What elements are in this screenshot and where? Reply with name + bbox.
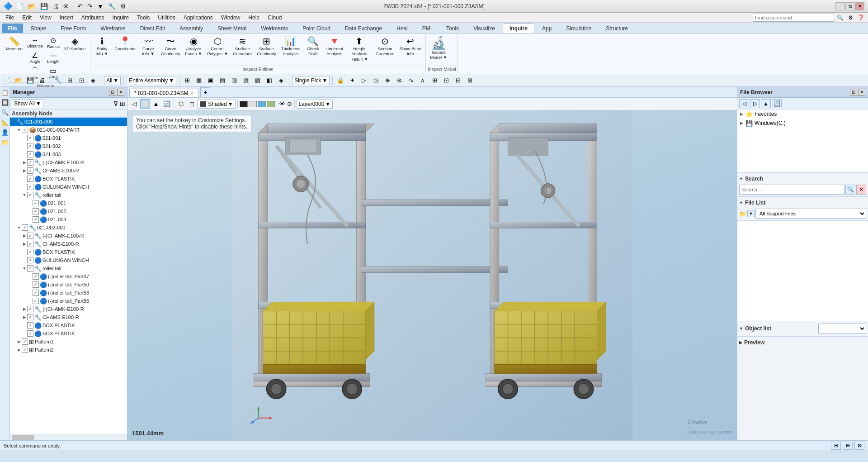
tb-snap1[interactable]: 🔒 <box>335 76 345 86</box>
tb-snap12[interactable]: ⊠ <box>465 76 475 86</box>
tab-visualize[interactable]: Visualize <box>467 24 502 33</box>
eye-icon[interactable]: 👁 <box>279 100 286 108</box>
vp-tb-2[interactable]: ⬜ <box>140 99 150 109</box>
cb-p1[interactable] <box>22 338 28 345</box>
tree-node-gulungan1[interactable]: 🔵 GULUNGAN WINCH <box>10 183 127 191</box>
redo-btn[interactable]: ↷ <box>86 2 94 11</box>
surface-continuity-btn[interactable]: ⊞ SurfaceContinuity <box>255 35 278 58</box>
tab-app[interactable]: App <box>535 24 558 33</box>
tree-node-part[interactable]: ▼ 📦 021-001-000-PART <box>10 126 127 134</box>
eye-icon2[interactable]: ⊙ <box>287 100 292 108</box>
tab-pmi[interactable]: PMI <box>415 24 439 33</box>
tb-snap7[interactable]: ∿ <box>406 76 416 86</box>
section-curvature-btn[interactable]: ⊙ SectionCurvature <box>373 35 397 58</box>
cb-box1[interactable] <box>27 176 33 182</box>
curve-info-btn[interactable]: 〰 CurveInfo ▼ <box>138 35 158 58</box>
hscroll-thumb[interactable] <box>12 435 34 440</box>
tb-snap9[interactable]: ⊞ <box>429 76 439 86</box>
expand-part[interactable]: ▼ <box>16 128 22 132</box>
search-clear-btn[interactable]: ✕ <box>856 185 866 195</box>
fb-forward-btn[interactable]: ▷ <box>750 99 760 108</box>
tab-direct-edit[interactable]: Direct Edit <box>133 24 172 33</box>
menu-applications[interactable]: Applications <box>180 14 217 22</box>
cb-chams1[interactable] <box>27 167 33 174</box>
thickness-analysis-btn[interactable]: 📊 ThicknessAnalysis <box>279 35 303 58</box>
tb-sel1[interactable]: ⊞ <box>182 76 192 86</box>
tree-node-box4[interactable]: 🔵 BOX PLASTIK <box>10 329 127 338</box>
cb-box4[interactable] <box>27 330 33 337</box>
check-draft-btn[interactable]: 🔍 CheckDraft <box>303 35 323 58</box>
viewport-tab-close[interactable]: ✕ <box>190 91 193 96</box>
new-btn[interactable]: 📄 <box>14 2 25 11</box>
tree-node-r021-002[interactable]: 🔵 021-002 <box>10 207 127 215</box>
3d-surface-btn[interactable]: ◈ 3D Surface <box>62 35 88 52</box>
filelist-arrow[interactable]: ▼ <box>747 210 755 217</box>
left-icon-3[interactable]: 🔍 <box>0 108 9 117</box>
tree-node-021-002[interactable]: 🔵 021-002 <box>10 142 127 150</box>
tree-node-chams3[interactable]: ▶ 🔧 CHAMS-E100-R <box>10 313 127 321</box>
grid-icon[interactable]: ⊞ <box>120 100 125 107</box>
vp-tb-3[interactable]: ▲ <box>151 99 161 109</box>
fb-back-btn[interactable]: ◁ <box>739 99 749 108</box>
analyze-faces-btn[interactable]: ◉ AnalyzeFaces ▼ <box>183 35 204 58</box>
tb-snap3[interactable]: ▷ <box>359 76 369 86</box>
tree-node-roller2[interactable]: ▼ 🔧 roller tali <box>10 264 127 272</box>
tab-home[interactable]: File <box>2 24 23 33</box>
cb-roller2[interactable] <box>27 265 33 271</box>
tree-node-box1[interactable]: 🔵 BOX PLASTIK <box>10 175 127 183</box>
tree-node-roller-p47[interactable]: 🔵 (-)roller tali_Part47 <box>10 272 127 281</box>
cb-chamk1[interactable] <box>27 159 33 166</box>
distance-btn[interactable]: ↔ Distance <box>25 35 45 50</box>
tab-shape[interactable]: Shape <box>24 24 53 33</box>
show-all-dropdown[interactable]: Show All ▼ <box>12 99 43 108</box>
layer-dropdown[interactable]: Layer0000 ▼ <box>297 100 333 109</box>
cb-r021-001[interactable] <box>33 200 39 206</box>
tb-sel9[interactable]: ◈ <box>276 76 286 86</box>
tb-snap4[interactable]: ◷ <box>371 76 381 86</box>
menu-view[interactable]: View <box>36 14 55 22</box>
fb-fav-expand[interactable]: ▶ <box>740 112 745 116</box>
cb-r021-002[interactable] <box>33 208 39 214</box>
tree-node-021-001[interactable]: 🔵 021-001 <box>10 134 127 142</box>
tab-point-cloud[interactable]: Point Cloud <box>296 24 337 33</box>
length-btn[interactable]: — Length <box>45 51 61 65</box>
tree-node-021-003[interactable]: 🔵 021-003 <box>10 150 127 158</box>
tb-print[interactable]: 🖨 <box>37 76 47 86</box>
qa-icon1[interactable]: 🖨 <box>51 2 60 11</box>
search-go-btn[interactable]: 🔍 <box>845 185 855 195</box>
cb-rp50[interactable] <box>33 281 39 288</box>
undo-btn[interactable]: ↶ <box>76 2 84 11</box>
close-btn[interactable]: ✕ <box>855 2 864 10</box>
layer-all-dropdown[interactable]: All ▼ <box>104 76 121 85</box>
objlist-select[interactable] <box>818 324 866 333</box>
tab-tools[interactable]: Tools <box>439 24 466 33</box>
fb-win-expand[interactable]: ▶ <box>740 121 745 125</box>
menu-inquire[interactable]: Inquire <box>109 14 133 22</box>
open-btn[interactable]: 📂 <box>27 2 37 11</box>
show-bend-info-btn[interactable]: ↩ Show BendInfo <box>397 35 424 58</box>
tree-node-chams1[interactable]: ▶ 🔧 CHAMS-E100-R <box>10 167 127 175</box>
add-tab-btn[interactable]: + <box>200 87 210 97</box>
measure-btn[interactable]: 📏 Measure <box>4 35 25 52</box>
fb-windows[interactable]: ▶ 💾 Windows(C:) <box>737 119 868 128</box>
angle-btn[interactable]: ∠ Angle <box>25 50 45 65</box>
cb-part[interactable] <box>22 127 28 133</box>
tb-snap6[interactable]: ⊗ <box>394 76 404 86</box>
tree-node-roller1[interactable]: ▼ 🔧 roller tali <box>10 191 127 199</box>
menu-tools[interactable]: Tools <box>133 14 153 22</box>
fb-favorites[interactable]: ▶ ⭐ Favorites <box>737 110 868 119</box>
tree-node-chamk3[interactable]: ▶ 🔧 (-)CHAMK-E100-R <box>10 305 127 313</box>
cb-chams3[interactable] <box>27 314 33 320</box>
filelist-header[interactable]: ▼ File List <box>739 199 866 207</box>
minimize-btn[interactable]: − <box>835 2 844 10</box>
fb-float-btn[interactable]: ⊡ <box>850 89 857 96</box>
pick-mode-dropdown[interactable]: Single Pick ▼ <box>292 76 330 85</box>
viewport-tab[interactable]: * 021-001-000.Z3ASM ✕ <box>129 89 198 97</box>
tree-node-r021-003[interactable]: 🔵 021-003 <box>10 215 127 224</box>
filter-icon[interactable]: ⊽ <box>113 100 118 107</box>
tb-snap2[interactable]: ✦ <box>347 76 357 86</box>
coordinate-btn[interactable]: 📍 Coordinate <box>113 35 138 52</box>
tb-snap5[interactable]: ⊕ <box>382 76 392 86</box>
tree-node-chamk1[interactable]: ▶ 🔧 (-)CHAMK-E100-R <box>10 158 127 167</box>
curve-continuity-btn[interactable]: 〜 CurveContinuity <box>159 35 182 58</box>
